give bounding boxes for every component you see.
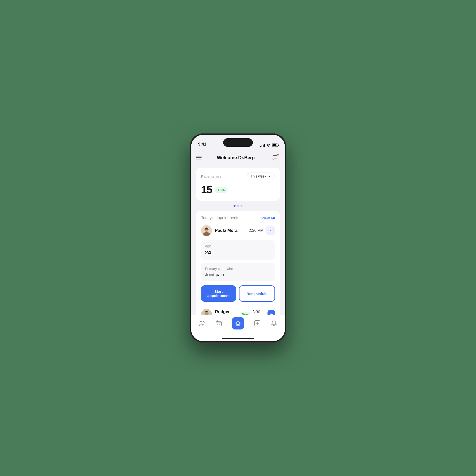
svg-point-7: [205, 311, 208, 315]
menu-button[interactable]: [196, 156, 202, 159]
home-nav-button[interactable]: [232, 317, 244, 329]
bottom-nav: [191, 315, 285, 335]
page-title: Welcome Dr.Berg: [217, 155, 255, 160]
age-value: 24: [205, 249, 271, 256]
nav-item-alerts[interactable]: [267, 318, 281, 329]
dot-3[interactable]: [240, 205, 242, 207]
complaint-label: Primary complaint: [205, 267, 271, 271]
wifi-icon: [266, 144, 270, 147]
reschedule-button[interactable]: Reschedule: [239, 285, 275, 302]
nav-item-home[interactable]: [228, 315, 248, 331]
collapse-button-paula[interactable]: [266, 226, 275, 235]
patients-nav-icon: [199, 320, 206, 327]
count-row: 15 +8%: [201, 184, 275, 196]
health-nav-icon: [254, 320, 261, 327]
appointment-time-paula: 2:30 PM: [249, 228, 264, 233]
phone-frame: 9:41: [190, 133, 286, 343]
appointments-header: Today's appointments View all: [201, 216, 275, 220]
app-header: Welcome Dr.Berg: [196, 149, 280, 168]
week-filter-button[interactable]: This week: [247, 173, 275, 180]
signal-icon: [260, 144, 265, 147]
patient-right-2: New 3:30 PM: [240, 310, 275, 315]
patient-row-2: Rodger Struck New 3:30 PM: [201, 308, 275, 315]
age-label: Age: [205, 244, 271, 248]
svg-point-9: [203, 322, 204, 323]
avatar-rodger: [201, 309, 212, 315]
calendar-nav-icon: [215, 320, 222, 327]
svg-rect-11: [217, 324, 218, 325]
plus-icon: [269, 312, 273, 315]
dot-1[interactable]: [234, 205, 236, 207]
complaint-card: Primary complaint Joint pain: [201, 263, 275, 281]
appointments-card: Today's appointments View all: [196, 211, 280, 315]
appointment-time-rodger: 3:30 PM: [252, 310, 265, 315]
patient-row-1: Paula Mora 2:30 PM: [201, 224, 275, 237]
home-indicator-bar: [222, 338, 254, 339]
nav-item-calendar[interactable]: [211, 318, 226, 329]
svg-rect-10: [216, 321, 221, 326]
avatar-paula: [201, 225, 212, 236]
patient-name-rodger: Rodger Struck: [215, 309, 240, 315]
week-filter-label: This week: [251, 174, 266, 178]
patients-count: 15: [201, 184, 212, 196]
page-dots: [196, 205, 280, 207]
appointments-label: Today's appointments: [201, 216, 239, 220]
svg-point-8: [200, 321, 202, 323]
home-indicator: [191, 335, 285, 341]
divider: [201, 305, 275, 305]
nav-item-health[interactable]: [250, 318, 265, 329]
age-card: Age 24: [201, 240, 275, 260]
bell-nav-icon: [270, 320, 277, 327]
status-icons: [260, 144, 278, 147]
patient-left-2: Rodger Struck: [201, 309, 240, 315]
chat-icon: [272, 155, 278, 160]
chevron-up-icon: [268, 229, 272, 233]
notification-badge: [277, 154, 279, 156]
dynamic-island: [223, 138, 253, 147]
start-appointment-button[interactable]: Start appointment: [201, 285, 236, 302]
screen-content: Welcome Dr.Berg Patients seen This week: [191, 149, 285, 315]
battery-icon: [272, 144, 278, 147]
patient-right-1: 2:30 PM: [249, 226, 275, 235]
patient-name-paula: Paula Mora: [215, 228, 238, 233]
new-badge: New: [240, 312, 250, 315]
chat-button[interactable]: [270, 153, 280, 163]
status-time: 9:41: [198, 142, 206, 147]
patients-seen-card: Patients seen This week 15 +8%: [196, 168, 280, 201]
view-all-button[interactable]: View all: [261, 216, 275, 220]
complaint-value: Joint pain: [205, 272, 271, 277]
nav-item-patients[interactable]: [195, 318, 209, 329]
dot-2[interactable]: [237, 205, 239, 207]
phone-screen: 9:41: [191, 135, 285, 341]
card-header: Patients seen This week: [201, 173, 275, 180]
home-nav-icon: [235, 320, 241, 326]
patients-seen-label: Patients seen: [201, 174, 224, 178]
svg-rect-12: [219, 324, 220, 325]
expand-button-rodger[interactable]: [268, 310, 275, 315]
chevron-down-icon: [268, 175, 271, 178]
patient-left-1: Paula Mora: [201, 225, 238, 236]
patient-item-1: Paula Mora 2:30 PM: [201, 224, 275, 302]
change-badge: +8%: [215, 187, 227, 193]
patient-item-2: Rodger Struck New 3:30 PM: [201, 308, 275, 315]
action-buttons: Start appointment Reschedule: [201, 285, 275, 302]
